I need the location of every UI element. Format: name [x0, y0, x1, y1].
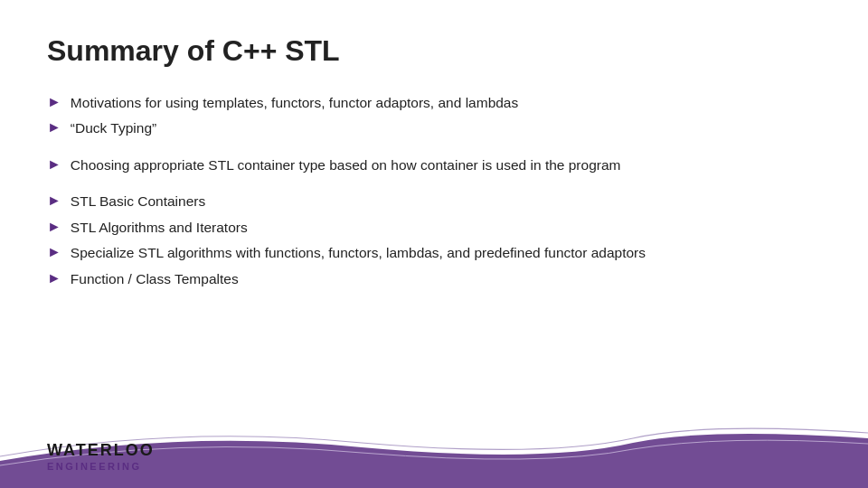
- bullet-arrow-icon: ►: [47, 219, 61, 235]
- bullet-arrow-icon: ►: [47, 192, 61, 209]
- bullet-text: Specialize STL algorithms with functions…: [71, 243, 646, 263]
- bottom-decoration: WATERLOO ENGINEERING: [0, 411, 868, 488]
- bullet-text: Function / Class Tempaltes: [71, 269, 239, 289]
- bullet-text: STL Algorithms and Iterators: [71, 218, 248, 238]
- bullet-arrow-icon: ►: [47, 244, 61, 260]
- bullet-arrow-icon: ►: [47, 119, 61, 136]
- list-item: ► STL Basic Containers: [47, 192, 821, 211]
- waterloo-logo: WATERLOO ENGINEERING: [47, 441, 155, 472]
- bullet-arrow-icon: ►: [47, 156, 61, 173]
- bullet-text: “Duck Typing”: [71, 118, 156, 138]
- list-item: ► Choosing appropriate STL container typ…: [47, 155, 821, 175]
- slide: Summary of C++ STL ► Motivations for usi…: [0, 0, 868, 488]
- list-item: ► Function / Class Tempaltes: [47, 269, 821, 289]
- bullet-text: STL Basic Containers: [71, 192, 205, 211]
- section-1: ► Motivations for using templates, funct…: [47, 93, 821, 139]
- logo-engineering-text: ENGINEERING: [47, 461, 142, 472]
- list-item: ► Motivations for using templates, funct…: [47, 93, 821, 113]
- list-item: ► Specialize STL algorithms with functio…: [47, 243, 821, 263]
- section-3: ► STL Basic Containers ► STL Algorithms …: [47, 192, 821, 289]
- list-item: ► STL Algorithms and Iterators: [47, 218, 821, 238]
- slide-title: Summary of C++ STL: [47, 34, 821, 68]
- list-item: ► “Duck Typing”: [47, 118, 821, 138]
- bullet-arrow-icon: ►: [47, 270, 61, 286]
- section-2: ► Choosing appropriate STL container typ…: [47, 155, 821, 175]
- logo-waterloo-text: WATERLOO: [47, 441, 155, 460]
- bullet-text: Choosing appropriate STL container type …: [71, 155, 621, 175]
- bullet-arrow-icon: ►: [47, 94, 61, 110]
- bullet-text: Motivations for using templates, functor…: [71, 93, 518, 113]
